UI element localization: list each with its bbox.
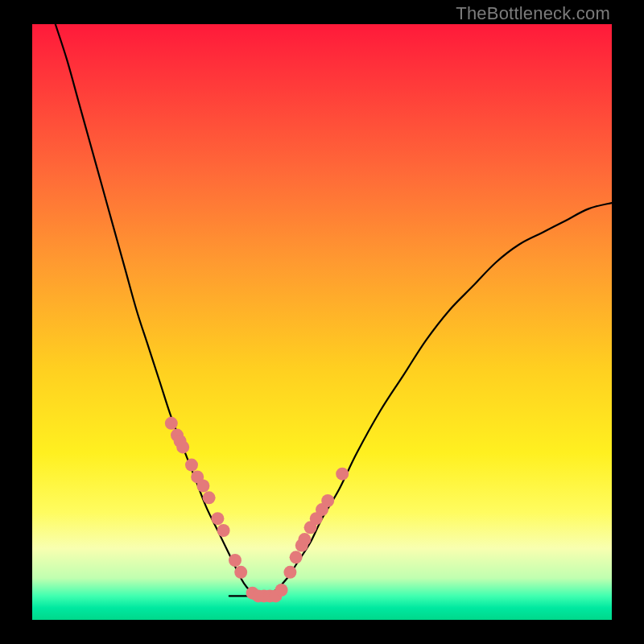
data-dot xyxy=(283,566,296,579)
watermark-text: TheBottleneck.com xyxy=(456,3,610,24)
data-dot xyxy=(217,524,230,537)
data-dot xyxy=(211,512,224,525)
data-dot xyxy=(336,468,349,481)
series-left xyxy=(56,24,276,597)
chart-svg xyxy=(32,24,612,620)
data-dot xyxy=(290,551,303,564)
data-dot xyxy=(321,494,334,507)
data-dot xyxy=(275,584,288,597)
chart-canvas: TheBottleneck.com xyxy=(0,0,644,644)
data-dot xyxy=(298,533,311,546)
data-dot xyxy=(185,459,198,472)
series-right xyxy=(229,203,612,597)
data-dot xyxy=(196,480,209,493)
dot-layer xyxy=(165,417,349,603)
data-dot xyxy=(203,491,216,504)
plot-area xyxy=(32,24,612,620)
curve-layer xyxy=(56,24,612,597)
data-dot xyxy=(165,417,178,430)
data-dot xyxy=(234,566,247,579)
data-dot xyxy=(176,440,189,453)
data-dot xyxy=(229,554,242,567)
